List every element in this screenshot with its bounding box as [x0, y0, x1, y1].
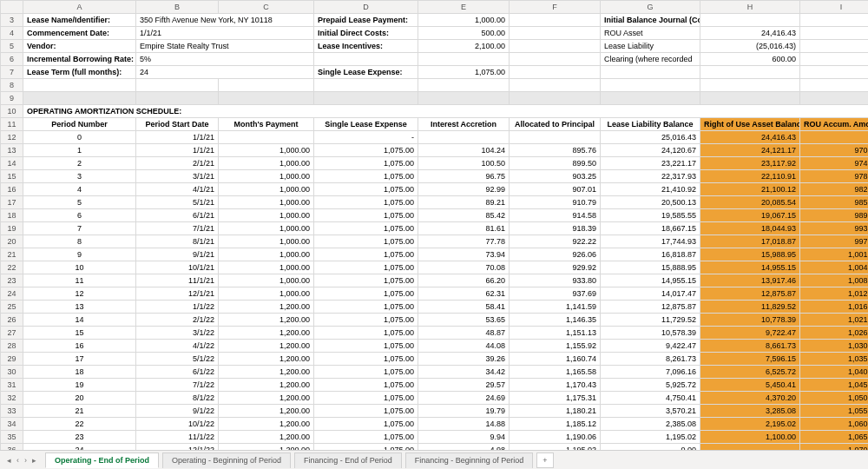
cell[interactable]: 974.50	[800, 157, 869, 170]
empty-cell[interactable]	[601, 79, 700, 92]
cell[interactable]: 23,117.92	[700, 157, 800, 170]
empty-cell[interactable]	[510, 92, 601, 105]
cell[interactable]: 1,000.00	[219, 248, 314, 261]
cell[interactable]: 1,151.13	[510, 327, 601, 340]
cell[interactable]: 22,110.91	[700, 170, 800, 183]
cell[interactable]: 11/1/22	[136, 431, 219, 444]
cell[interactable]: 1,004.92	[800, 261, 869, 274]
row-header[interactable]: 16	[1, 183, 23, 196]
cell[interactable]: 10,578.39	[601, 327, 700, 340]
cell[interactable]: 4,370.20	[700, 392, 800, 405]
cell[interactable]: 9	[23, 248, 136, 261]
cell[interactable]: 1,200.00	[219, 418, 314, 431]
cell[interactable]: 4/1/21	[136, 183, 219, 196]
empty-cell[interactable]	[23, 92, 136, 105]
schedule-header-E[interactable]: Interest Accretion	[418, 118, 510, 131]
cell[interactable]: 20,085.54	[700, 196, 800, 209]
cell[interactable]: 24	[23, 444, 136, 451]
row-header[interactable]: 21	[1, 248, 23, 261]
empty-cell[interactable]	[510, 27, 601, 40]
empty-cell[interactable]	[700, 92, 800, 105]
cell[interactable]: 8/1/21	[136, 235, 219, 248]
cell[interactable]	[510, 131, 601, 144]
row-header[interactable]: 27	[1, 327, 23, 340]
cell[interactable]: 1,075.00	[314, 196, 418, 209]
cell[interactable]: 1,170.43	[510, 379, 601, 392]
empty-cell[interactable]	[800, 53, 869, 66]
cell[interactable]: 0	[23, 131, 136, 144]
cell[interactable]: 1,075.00	[314, 209, 418, 222]
cell[interactable]: 970.76	[800, 144, 869, 157]
row-header[interactable]: 6	[1, 53, 23, 66]
empty-cell[interactable]	[136, 79, 219, 92]
cell[interactable]: 1,045.43	[800, 379, 869, 392]
cell[interactable]: 1,075.00	[314, 235, 418, 248]
cell[interactable]: 21	[23, 405, 136, 418]
cell[interactable]: 6	[23, 209, 136, 222]
label-cell[interactable]: Prepaid Lease Payment:	[314, 14, 418, 27]
cell[interactable]: 5,925.72	[601, 379, 700, 392]
row-header[interactable]: 10	[1, 105, 23, 118]
row-header[interactable]: 25	[1, 301, 23, 314]
cell[interactable]: 9,722.47	[700, 327, 800, 340]
tab-nav-last-icon[interactable]: ▸	[30, 456, 38, 465]
column-header-D[interactable]: D	[314, 1, 418, 14]
row-header[interactable]: 3	[1, 14, 23, 27]
cell[interactable]: 978.25	[800, 170, 869, 183]
row-header[interactable]: 11	[1, 118, 23, 131]
cell[interactable]: 1,000.00	[219, 274, 314, 287]
cell[interactable]: 3,570.21	[601, 405, 700, 418]
empty-cell[interactable]	[510, 53, 601, 66]
cell[interactable]: 19.79	[418, 405, 510, 418]
sheet-tab[interactable]: Operating - End of Period	[45, 452, 159, 468]
cell[interactable]: 14	[23, 314, 136, 327]
cell[interactable]: 14,955.15	[700, 261, 800, 274]
schedule-header-C[interactable]: Month's Payment	[219, 118, 314, 131]
cell[interactable]: 10/1/21	[136, 261, 219, 274]
cell[interactable]	[800, 131, 869, 144]
cell[interactable]: 1,012.69	[800, 287, 869, 301]
cell[interactable]: 1,200.00	[219, 340, 314, 353]
schedule-header-I[interactable]: ROU Accum. Amort. (Plug)	[800, 118, 869, 131]
cell[interactable]: 1,200.00	[219, 405, 314, 418]
empty-cell[interactable]	[418, 92, 510, 105]
value-cell[interactable]: (25,016.43)	[700, 40, 800, 53]
cell[interactable]: 15,988.95	[700, 248, 800, 261]
cell[interactable]: -	[314, 131, 418, 144]
cell[interactable]: 10/1/22	[136, 418, 219, 431]
schedule-title[interactable]: OPERATING AMORTIZATION SCHEDULE:	[23, 105, 869, 118]
cell[interactable]: 1,021.35	[800, 314, 869, 327]
cell[interactable]: 997.22	[800, 235, 869, 248]
cell[interactable]: 2,195.02	[700, 418, 800, 431]
row-header[interactable]: 36	[1, 444, 23, 451]
cell[interactable]: 1,200.00	[219, 301, 314, 314]
cell[interactable]: 17,018.87	[700, 235, 800, 248]
cell[interactable]: 100.50	[418, 157, 510, 170]
cell[interactable]: 7/1/22	[136, 379, 219, 392]
empty-cell[interactable]	[510, 66, 601, 79]
row-header[interactable]: 24	[1, 287, 23, 301]
cell[interactable]: 1,075.00	[314, 353, 418, 366]
cell[interactable]: 5,450.41	[700, 379, 800, 392]
cell[interactable]: 7,096.16	[601, 366, 700, 379]
cell[interactable]: 1,055.21	[800, 405, 869, 418]
cell[interactable]: 1,200.00	[219, 444, 314, 451]
empty-cell[interactable]	[800, 79, 869, 92]
cell[interactable]: 1,075.00	[314, 340, 418, 353]
cell[interactable]: 12,875.87	[601, 301, 700, 314]
cell[interactable]: 1,200.00	[219, 327, 314, 340]
cell[interactable]: 2,385.08	[601, 418, 700, 431]
cell[interactable]: 5/1/21	[136, 196, 219, 209]
cell[interactable]: 14.88	[418, 418, 510, 431]
cell[interactable]: 1,008.80	[800, 274, 869, 287]
empty-cell[interactable]	[219, 92, 314, 105]
cell[interactable]: 89.21	[418, 196, 510, 209]
cell[interactable]: 4/1/22	[136, 340, 219, 353]
cell[interactable]: 1,000.00	[219, 222, 314, 235]
cell[interactable]: 12/1/22	[136, 444, 219, 451]
value-cell[interactable]: 5%	[136, 53, 314, 66]
empty-cell[interactable]	[510, 79, 601, 92]
value-cell[interactable]: 1,075.00	[418, 66, 510, 79]
cell[interactable]: 1,000.00	[219, 209, 314, 222]
label-cell[interactable]: Vendor:	[23, 40, 136, 53]
